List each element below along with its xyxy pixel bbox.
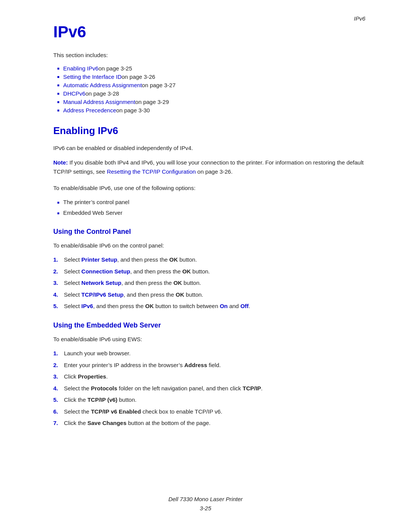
page-ref: on page 3-30 [116, 107, 150, 113]
footer-line2: 3-25 [0, 504, 411, 513]
enabling-ipv6-title: Enabling IPv6 [53, 125, 365, 137]
step-content: Select TCP/IPv6 Setup, and then press th… [64, 291, 365, 299]
list-item: Automatic Address Assignment on page 3-2… [57, 82, 365, 88]
step-num: 4. [53, 291, 64, 299]
list-item: Setting the Interface ID on page 3-26 [57, 73, 365, 80]
step-num: 5. [53, 396, 64, 404]
list-item: 5. Select IPv6, and then press the OK bu… [53, 302, 365, 311]
step-content: Select the Protocols folder on the left … [64, 384, 365, 393]
control-panel-intro: To enable/disable IPv6 on the control pa… [53, 241, 365, 250]
step-content: Select the TCP/IP v6 Enabled check box t… [64, 407, 365, 416]
step-num: 4. [53, 384, 64, 393]
list-item: Manual Address Assignment on page 3-29 [57, 99, 365, 105]
printer-setup-link[interactable]: Printer Setup [81, 256, 117, 263]
toc-link-enabling-ipv6[interactable]: Enabling IPv6 [63, 65, 99, 72]
page-footer: Dell 7330 Mono Laser Printer 3-25 [0, 495, 411, 513]
list-item: Embedded Web Server [57, 209, 365, 217]
enabling-ipv6-section: Enabling IPv6 IPv6 can be enabled or dis… [53, 125, 365, 217]
step-content: Select Connection Setup, and then press … [64, 267, 365, 276]
note-box: Note: If you disable both IPv4 and IPv6,… [53, 158, 365, 176]
step-num: 2. [53, 361, 64, 370]
list-item: 3. Click Properties. [53, 372, 365, 381]
list-item: Enabling IPv6 on page 3-25 [57, 65, 365, 72]
list-item: 1. Select Printer Setup, and then press … [53, 256, 365, 264]
step-num: 7. [53, 419, 64, 428]
header-right-label: IPv6 [354, 15, 365, 22]
page-ref: on page 3-29 [135, 99, 169, 105]
list-item: 4. Select TCP/IPv6 Setup, and then press… [53, 291, 365, 299]
step-num: 1. [53, 256, 64, 264]
option-1: The printer’s control panel [63, 198, 129, 207]
tcpipv6-setup-link[interactable]: TCP/IPv6 Setup [81, 291, 124, 298]
list-item: 3. Select Network Setup, and then press … [53, 279, 365, 288]
step-content: Click the Save Changes button at the bot… [64, 419, 365, 428]
list-item: 4. Select the Protocols folder on the le… [53, 384, 365, 393]
step-content: Click Properties. [64, 372, 365, 381]
step-num: 2. [53, 267, 64, 276]
toc-link-manual-address[interactable]: Manual Address Assignment [63, 99, 135, 105]
step-content: Enter your printer’s IP address in the b… [64, 361, 365, 370]
toc-list: Enabling IPv6 on page 3-25 Setting the I… [53, 65, 365, 113]
option-2: Embedded Web Server [63, 209, 123, 217]
ews-section: Using the Embedded Web Server To enable/… [53, 321, 365, 428]
list-item: 2. Select Connection Setup, and then pre… [53, 267, 365, 276]
page-ref: on page 3-28 [85, 90, 119, 97]
list-item: 1. Launch your web browser. [53, 349, 365, 358]
on-label: On [220, 303, 228, 309]
ews-title: Using the Embedded Web Server [53, 321, 365, 329]
list-item: 6. Select the TCP/IP v6 Enabled check bo… [53, 407, 365, 416]
options-list: The printer’s control panel Embedded Web… [53, 198, 365, 217]
toc-link-interface-id[interactable]: Setting the Interface ID [63, 73, 121, 80]
footer-line1: Dell 7330 Mono Laser Printer [0, 495, 411, 504]
ipv6-link[interactable]: IPv6 [81, 303, 93, 309]
step-num: 6. [53, 407, 64, 416]
page-title: IPv6 [53, 23, 365, 41]
page-ref: on page 3-27 [142, 82, 175, 88]
list-item: 7. Click the Save Changes button at the … [53, 419, 365, 428]
step-num: 5. [53, 302, 64, 311]
toc-link-dhcpv6[interactable]: DHCPv6 [63, 90, 85, 97]
page-ref: on page 3-25 [99, 65, 132, 72]
intro-text: This section includes: [53, 52, 365, 58]
note-link[interactable]: Resetting the TCP/IP Configuration [107, 168, 196, 175]
enabling-intro: IPv6 can be enabled or disabled independ… [53, 144, 365, 152]
ews-intro: To enable/disable IPv6 using EWS: [53, 335, 365, 343]
control-panel-steps: 1. Select Printer Setup, and then press … [53, 256, 365, 311]
step-num: 3. [53, 372, 64, 381]
note-label: Note: [53, 159, 68, 166]
network-setup-link[interactable]: Network Setup [81, 280, 121, 286]
page-container: IPv6 IPv6 This section includes: Enablin… [0, 0, 411, 532]
list-item: The printer’s control panel [57, 198, 365, 207]
step-content: Select Network Setup, and then press the… [64, 279, 365, 288]
options-intro: To enable/disable IPv6, use one of the f… [53, 184, 365, 192]
step-num: 1. [53, 349, 64, 358]
note-end: on page 3-26. [196, 168, 233, 175]
step-content: Launch your web browser. [64, 349, 365, 358]
off-label: Off [241, 303, 249, 309]
step-content: Select Printer Setup, and then press the… [64, 256, 365, 264]
control-panel-title: Using the Control Panel [53, 228, 365, 236]
connection-setup-link[interactable]: Connection Setup [81, 268, 130, 275]
control-panel-section: Using the Control Panel To enable/disabl… [53, 228, 365, 311]
step-content: Select IPv6, and then press the OK butto… [64, 302, 365, 311]
toc-link-address-precedence[interactable]: Address Precedence [63, 107, 116, 113]
page-ref: on page 3-26 [121, 73, 155, 80]
toc-link-auto-address[interactable]: Automatic Address Assignment [63, 82, 142, 88]
step-content: Click the TCP/IP (v6) button. [64, 396, 365, 404]
list-item: 2. Enter your printer’s IP address in th… [53, 361, 365, 370]
ews-steps: 1. Launch your web browser. 2. Enter you… [53, 349, 365, 428]
step-num: 3. [53, 279, 64, 288]
list-item: Address Precedence on page 3-30 [57, 107, 365, 113]
list-item: 5. Click the TCP/IP (v6) button. [53, 396, 365, 404]
list-item: DHCPv6 on page 3-28 [57, 90, 365, 97]
